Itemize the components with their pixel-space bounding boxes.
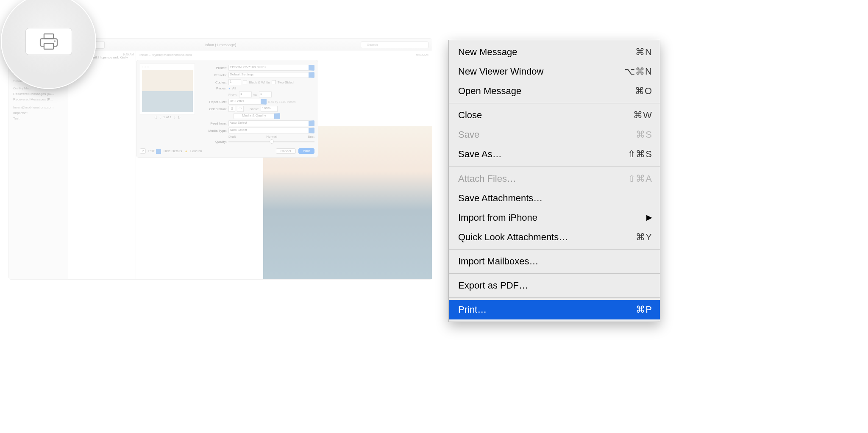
message-header: Inbox – bryan@mobilenations.com 9:49 AM — [136, 51, 432, 58]
scale-input[interactable]: 100% — [261, 106, 278, 112]
pages-to-label: to: — [253, 93, 257, 97]
print-pager: ⟨⟨ ⟨ 1 of 1 ⟩ ⟩⟩ — [140, 115, 195, 119]
menu-attach-files: Attach Files…⇧⌘A — [449, 169, 660, 189]
bw-label: Black & White — [249, 80, 270, 84]
menu-open-message[interactable]: Open Message⌘O — [449, 81, 660, 101]
menu-new-message[interactable]: New Message⌘N — [449, 42, 660, 62]
print-toolbar-button[interactable] — [25, 28, 72, 55]
menu-export-as-pdf[interactable]: Export as PDF… — [449, 276, 660, 295]
print-dialog: • • • • • ⟨⟨ ⟨ 1 of 1 ⟩ ⟩⟩ Printer:EPSON… — [136, 60, 318, 158]
menu-quick-look-attachments[interactable]: Quick Look Attachments…⌘Y — [449, 228, 660, 247]
printer-label: Printer: — [199, 66, 227, 70]
pager-prev[interactable]: ⟨⟨ — [154, 115, 157, 119]
menu-save-as[interactable]: Save As…⇧⌘S — [449, 144, 660, 164]
pages-from-label: From: — [228, 93, 237, 97]
sidebar-item[interactable]: Recovered Messages (P... — [11, 97, 66, 102]
scale-label: Scale: — [250, 107, 259, 111]
print-preview-image — [142, 70, 193, 112]
pages-label: Pages: — [199, 86, 227, 90]
file-menu: New Message⌘N New Viewer Window⌥⌘N Open … — [448, 40, 660, 322]
sidebar-item[interactable]: Important — [11, 110, 66, 116]
feedfrom-label: Feed from: — [199, 122, 227, 125]
window-title: Inbox (1 message) — [205, 43, 236, 47]
low-ink-label: Low Ink — [190, 149, 202, 153]
menu-save: Save⌘S — [449, 125, 660, 144]
presets-select[interactable]: Default Settings — [228, 72, 314, 78]
pdf-label: PDF — [148, 149, 155, 153]
menu-separator — [449, 273, 660, 274]
pager-prev-one[interactable]: ⟨ — [159, 115, 161, 119]
help-button[interactable]: ? — [140, 148, 146, 154]
hide-details-button[interactable]: Hide Details — [164, 149, 182, 153]
print-button[interactable]: Print — [298, 148, 314, 154]
orientation-landscape[interactable]: ▭ — [237, 106, 244, 112]
menu-separator — [449, 249, 660, 250]
print-preview: • • • • • — [140, 64, 195, 114]
copies-label: Copies: — [199, 80, 227, 84]
printer-icon — [36, 33, 61, 50]
twosided-checkbox[interactable] — [272, 80, 276, 84]
printer-select[interactable]: EPSON XP-7100 Series — [228, 65, 314, 71]
mediatype-select[interactable]: Auto Select — [228, 128, 314, 133]
search-input[interactable]: Search — [361, 42, 428, 48]
orientation-portrait[interactable]: ▯ — [228, 106, 235, 112]
quality-best: Best — [308, 135, 314, 139]
cancel-button[interactable]: Cancel — [276, 148, 296, 154]
menu-import-from-iphone[interactable]: Import from iPhone▶ — [449, 208, 660, 228]
sidebar-account: bryan@mobilenations.com — [11, 105, 66, 110]
quality-normal: Normal — [237, 135, 306, 139]
pager-next-one[interactable]: ⟩ — [174, 115, 175, 119]
svg-rect-0 — [44, 34, 53, 39]
presets-label: Presets: — [199, 73, 227, 77]
svg-point-3 — [54, 40, 55, 42]
pages-to-input[interactable]: 1 — [259, 92, 272, 97]
sidebar-item[interactable]: Recovered Messages (iC... — [11, 91, 66, 97]
copies-input[interactable]: 1 — [228, 79, 241, 85]
orientation-label: Orientation: — [199, 107, 227, 111]
search-placeholder: Search — [367, 43, 378, 47]
menu-separator — [449, 167, 660, 167]
print-section-select[interactable]: Media & Quality — [234, 113, 280, 119]
bw-checkbox[interactable] — [243, 80, 247, 84]
pdf-dropdown[interactable] — [156, 149, 161, 154]
menu-save-attachments[interactable]: Save Attachments… — [449, 189, 660, 208]
quality-slider[interactable] — [228, 141, 314, 142]
mediatype-label: Media Type: — [199, 129, 227, 133]
papersize-select[interactable]: US Letter — [228, 99, 267, 105]
papersize-dim: 8.50 by 11.00 inches — [268, 100, 296, 103]
quality-label: Quality: — [199, 140, 227, 144]
menu-close[interactable]: Close⌘W — [449, 105, 660, 125]
pager-label: 1 of 1 — [163, 115, 172, 119]
feedfrom-select[interactable]: Auto Select — [228, 120, 314, 126]
quality-draft: Draft — [228, 135, 236, 139]
message-list: email9:49 AM very important email. I hop… — [68, 51, 136, 279]
sidebar-item[interactable]: Test — [11, 116, 66, 121]
menu-separator — [449, 297, 660, 298]
twosided-label: Two-Sided — [278, 80, 294, 84]
menu-print[interactable]: Print…⌘P — [449, 300, 660, 319]
submenu-arrow-icon: ▶ — [646, 212, 652, 224]
menu-separator — [449, 103, 660, 103]
papersize-label: Paper Size: — [199, 100, 227, 104]
menu-new-viewer-window[interactable]: New Viewer Window⌥⌘N — [449, 62, 660, 81]
menu-import-mailboxes[interactable]: Import Mailboxes… — [449, 252, 660, 271]
pager-next[interactable]: ⟩⟩ — [178, 115, 181, 119]
pages-all-radio[interactable]: All — [232, 86, 236, 90]
pages-from-input[interactable]: 1 — [239, 92, 252, 97]
svg-rect-2 — [44, 43, 53, 49]
